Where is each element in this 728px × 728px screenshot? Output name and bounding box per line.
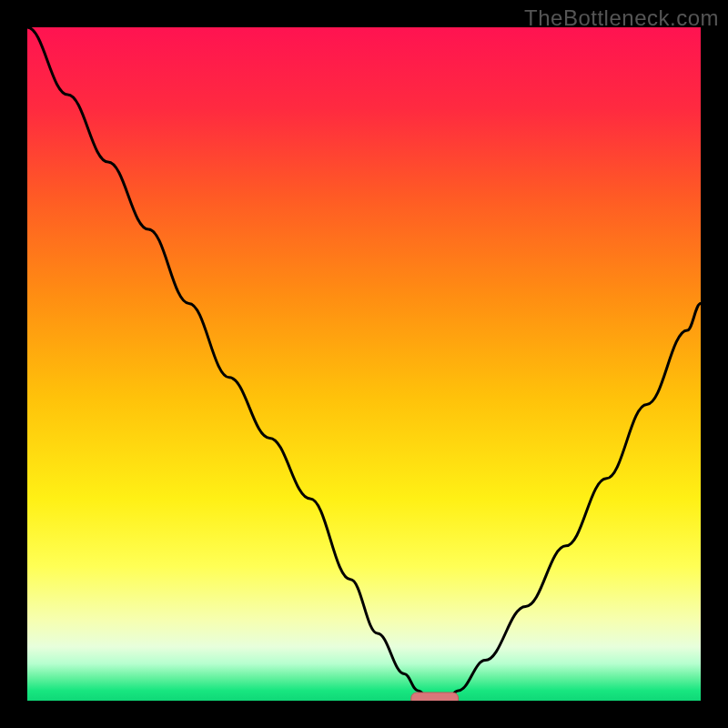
optimal-marker bbox=[411, 693, 459, 701]
plot-area bbox=[27, 27, 701, 701]
bottleneck-chart bbox=[27, 27, 701, 701]
gradient-background bbox=[27, 27, 701, 701]
watermark-text: TheBottleneck.com bbox=[524, 5, 719, 31]
chart-frame: TheBottleneck.com bbox=[0, 0, 728, 728]
